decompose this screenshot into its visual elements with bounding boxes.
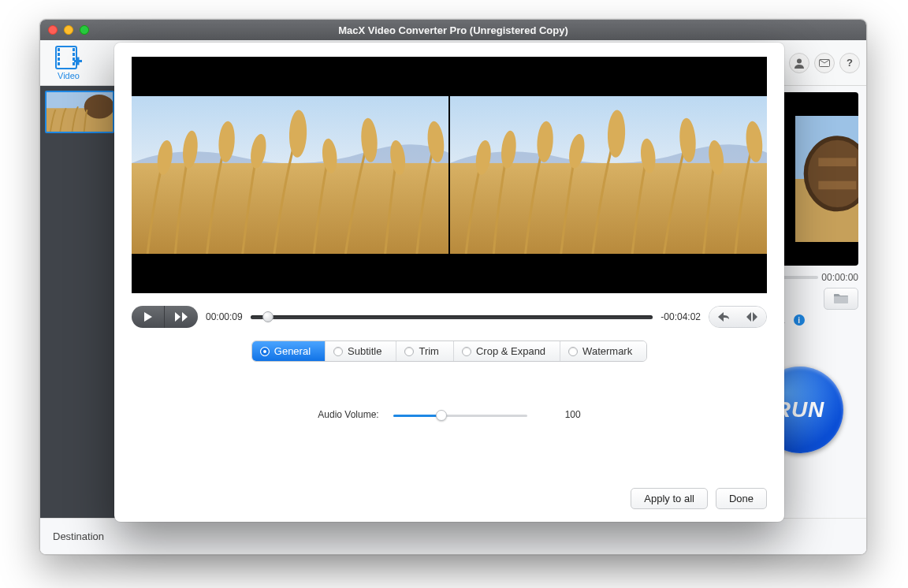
- wheat-thumbnail-image: [47, 92, 113, 132]
- radio-icon: [462, 347, 471, 356]
- svg-rect-4: [58, 62, 60, 65]
- radio-icon: [333, 347, 343, 356]
- rotate-left-button[interactable]: [709, 307, 738, 327]
- dialog-footer: Apply to all Done: [132, 482, 767, 509]
- play-icon: [143, 311, 153, 322]
- filmstrip-plus-icon: [55, 46, 82, 69]
- user-icon: [794, 58, 805, 69]
- account-button[interactable]: [789, 53, 809, 73]
- wheat-field-image: [132, 96, 448, 254]
- add-video-button[interactable]: Video: [47, 46, 91, 80]
- tab-label: Subtitle: [348, 345, 381, 357]
- mail-button[interactable]: [814, 53, 835, 73]
- open-folder-button[interactable]: [824, 288, 858, 310]
- mirror-button[interactable]: [738, 307, 766, 327]
- svg-rect-2: [58, 53, 60, 56]
- done-button[interactable]: Done: [716, 488, 767, 509]
- tab-label: Trim: [419, 345, 439, 357]
- audio-volume-value: 100: [565, 409, 581, 420]
- svg-rect-20: [818, 158, 856, 166]
- tab-watermark[interactable]: Watermark: [560, 341, 646, 361]
- tab-trim[interactable]: Trim: [396, 341, 454, 361]
- remaining-time: -00:04:02: [661, 311, 701, 322]
- window-title: MacX Video Converter Pro (Unregistered C…: [40, 24, 866, 36]
- audio-volume-label: Audio Volume:: [318, 409, 378, 420]
- tab-subtitle[interactable]: Subtitle: [326, 341, 396, 361]
- playback-buttons: [132, 306, 198, 328]
- bottom-bar: Destination: [40, 518, 866, 554]
- preview-time: 00:00:00: [821, 272, 858, 283]
- svg-point-11: [797, 58, 802, 63]
- info-icon[interactable]: i: [794, 314, 805, 326]
- svg-rect-5: [73, 48, 75, 51]
- tab-label: Crop & Expand: [476, 345, 545, 357]
- edit-tabs: GeneralSubtitleTrimCrop & ExpandWatermar…: [132, 341, 767, 362]
- svg-rect-8: [73, 62, 75, 65]
- apply-to-all-button[interactable]: Apply to all: [631, 488, 708, 509]
- flip-buttons: [709, 306, 767, 328]
- playback-bar: 00:00:09 -00:04:02: [132, 304, 767, 329]
- preview-right: [450, 57, 767, 293]
- mail-icon: [819, 59, 830, 67]
- radio-icon: [568, 347, 578, 356]
- svg-rect-10: [77, 57, 80, 65]
- preview-compare: [132, 57, 767, 293]
- play-button[interactable]: [132, 306, 165, 328]
- titlebar: MacX Video Converter Pro (Unregistered C…: [40, 20, 866, 40]
- add-video-label: Video: [58, 71, 80, 80]
- seek-slider[interactable]: [251, 313, 653, 321]
- destination-label: Destination: [53, 530, 104, 542]
- svg-rect-6: [73, 53, 75, 56]
- mirror-icon: [746, 311, 758, 322]
- svg-rect-21: [818, 181, 856, 190]
- svg-rect-3: [58, 58, 60, 61]
- tab-general[interactable]: General: [252, 341, 326, 361]
- tab-label: General: [274, 345, 311, 357]
- fast-forward-button[interactable]: [165, 306, 198, 328]
- preview-left: [132, 57, 448, 293]
- help-button[interactable]: ?: [839, 53, 860, 73]
- radio-icon: [404, 347, 414, 356]
- clip-thumbnail[interactable]: [45, 91, 114, 133]
- svg-rect-1: [58, 48, 60, 51]
- general-pane: Audio Volume: 100: [132, 362, 767, 482]
- wheat-field-image: [450, 96, 767, 254]
- rotate-left-icon: [717, 311, 730, 322]
- preview-fragment-image: [795, 116, 858, 242]
- tab-crop[interactable]: Crop & Expand: [454, 341, 560, 361]
- edit-dialog: 00:00:09 -00:04:02 GeneralSubtitleTrimCr…: [114, 43, 784, 522]
- radio-icon: [260, 347, 270, 356]
- question-icon: ?: [847, 57, 853, 69]
- clip-sidebar: [40, 86, 119, 518]
- audio-volume-slider[interactable]: [393, 409, 527, 422]
- fast-forward-icon: [174, 311, 188, 322]
- folder-icon: [833, 293, 849, 304]
- tab-label: Watermark: [582, 345, 632, 357]
- current-time: 00:00:09: [206, 311, 243, 322]
